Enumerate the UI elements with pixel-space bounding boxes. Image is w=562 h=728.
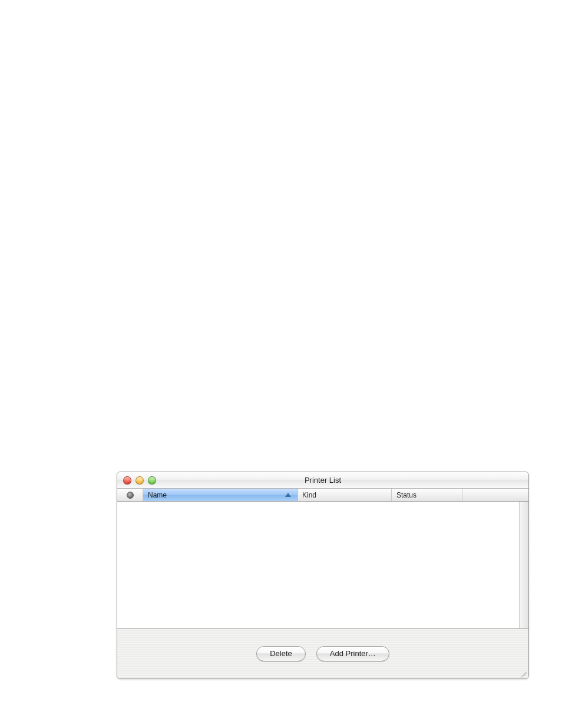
doc-link-1[interactable] — [140, 127, 157, 135]
default-printer-icon — [127, 492, 134, 499]
resize-grip[interactable] — [518, 668, 527, 677]
delete-button[interactable]: Delete — [256, 646, 306, 661]
column-label: Status — [396, 491, 416, 499]
printer-list-body[interactable] — [117, 502, 528, 629]
zoom-window-button[interactable] — [148, 476, 156, 485]
sort-ascending-icon — [285, 493, 291, 497]
minimize-window-button[interactable] — [135, 476, 144, 485]
column-header-status[interactable]: Status — [392, 489, 462, 501]
close-window-button[interactable] — [123, 476, 131, 485]
add-printer-button[interactable]: Add Printer… — [316, 646, 389, 661]
column-header-name[interactable]: Name — [143, 489, 297, 501]
doc-link-3[interactable] — [96, 164, 308, 173]
doc-link-4[interactable] — [64, 244, 144, 252]
column-header-kind[interactable]: Kind — [297, 489, 392, 501]
column-label: Name — [148, 491, 167, 499]
window-titlebar[interactable]: Printer List — [117, 472, 528, 489]
column-header-spacer — [462, 489, 528, 501]
column-header-default[interactable] — [117, 489, 143, 501]
doc-link-2[interactable] — [174, 127, 201, 135]
window-footer: Delete Add Printer… — [117, 629, 528, 678]
doc-link-5[interactable] — [64, 259, 128, 268]
column-label: Kind — [302, 491, 316, 499]
window-title: Printer List — [117, 476, 528, 485]
table-header-row: Name Kind Status — [117, 489, 528, 502]
vertical-scrollbar[interactable] — [519, 502, 528, 628]
traffic-lights — [117, 476, 156, 485]
printer-list-window: Printer List Name Kind Status Delete Add… — [117, 472, 529, 679]
